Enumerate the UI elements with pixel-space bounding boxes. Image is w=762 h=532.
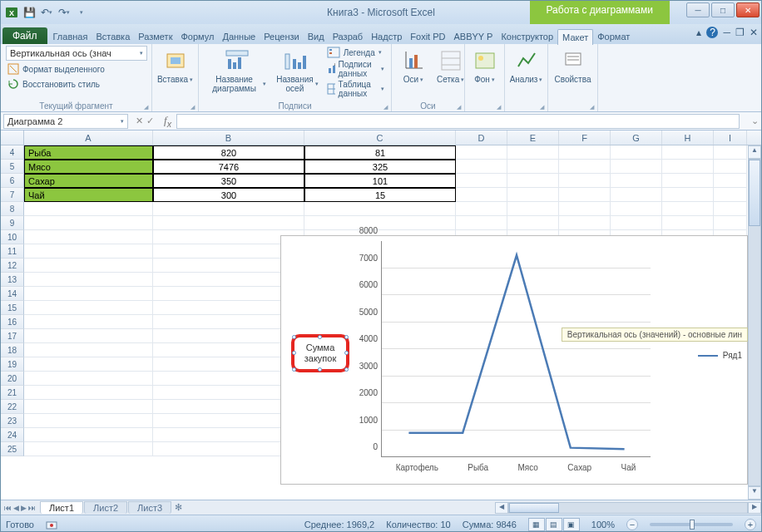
tab-вставка[interactable]: Вставка — [92, 29, 134, 44]
cell[interactable] — [507, 202, 559, 216]
cell[interactable] — [153, 202, 304, 216]
cell[interactable] — [662, 216, 714, 230]
tab-foxit pd[interactable]: Foxit PD — [406, 29, 449, 44]
col-header[interactable]: G — [611, 131, 662, 145]
cell[interactable] — [24, 386, 153, 400]
row-header[interactable]: 18 — [1, 343, 24, 357]
chart-object[interactable]: Сумма закупок 01000200030004000500060007… — [280, 235, 748, 485]
tab-макет[interactable]: Макет — [557, 29, 593, 45]
help-icon[interactable]: ? — [706, 27, 718, 38]
cell[interactable] — [559, 160, 611, 174]
cell[interactable]: Сахар — [24, 174, 153, 188]
cell[interactable] — [304, 202, 456, 216]
row-header[interactable]: 11 — [1, 244, 24, 259]
col-header[interactable]: H — [662, 131, 714, 145]
cell[interactable] — [24, 372, 153, 386]
row-header[interactable]: 23 — [1, 414, 24, 428]
cell[interactable]: 15 — [304, 188, 456, 202]
tab-рецензи[interactable]: Рецензи — [260, 29, 304, 44]
select-all-corner[interactable] — [1, 131, 24, 145]
cell[interactable] — [24, 301, 153, 315]
cell[interactable] — [611, 188, 662, 202]
save-icon[interactable]: 💾 — [22, 5, 37, 20]
row-header[interactable]: 8 — [1, 202, 24, 216]
cell[interactable]: 101 — [304, 174, 456, 188]
zoom-out-button[interactable]: − — [626, 519, 638, 530]
sheet-tab[interactable]: Лист2 — [84, 501, 127, 514]
row-header[interactable]: 16 — [1, 315, 24, 329]
cell[interactable] — [24, 202, 153, 216]
cell[interactable] — [24, 414, 153, 428]
page-break-view-button[interactable]: ▣ — [563, 518, 580, 531]
cell[interactable] — [559, 145, 611, 160]
cell[interactable] — [559, 188, 611, 202]
cell[interactable] — [24, 259, 153, 273]
row-header[interactable]: 13 — [1, 273, 24, 287]
expand-formula-icon[interactable]: ⌄ — [751, 116, 761, 126]
cell[interactable] — [24, 428, 153, 442]
cell[interactable] — [24, 287, 153, 301]
fx-icon[interactable]: fx — [159, 114, 176, 129]
row-header[interactable]: 21 — [1, 386, 24, 400]
cell[interactable]: Мясо — [24, 160, 153, 174]
cell[interactable] — [24, 216, 153, 230]
cell[interactable] — [611, 174, 662, 188]
macro-record-icon[interactable] — [46, 519, 57, 530]
col-header[interactable]: C — [304, 131, 456, 145]
cell[interactable] — [559, 202, 611, 216]
enter-icon[interactable]: ✓ — [146, 116, 154, 126]
row-header[interactable]: 15 — [1, 301, 24, 315]
row-header[interactable]: 5 — [1, 160, 24, 174]
minimize-ribbon-icon[interactable]: ▴ — [696, 27, 701, 38]
cell[interactable] — [662, 160, 714, 174]
zoom-slider[interactable] — [650, 523, 733, 526]
cell[interactable] — [662, 188, 714, 202]
tab-вид[interactable]: Вид — [304, 29, 329, 44]
axis-titles-button[interactable]: Названия осей▾ — [273, 46, 322, 95]
cell[interactable] — [24, 329, 153, 343]
data-table-button[interactable]: Таблица данных▾ — [325, 79, 386, 99]
cell[interactable] — [456, 188, 507, 202]
col-header[interactable]: D — [456, 131, 507, 145]
tab-разраб[interactable]: Разраб — [329, 29, 368, 44]
cell[interactable] — [456, 145, 507, 160]
redo-icon[interactable]: ↷▾ — [57, 5, 72, 20]
cell[interactable] — [559, 174, 611, 188]
sheet-tab[interactable]: Лист3 — [128, 501, 171, 514]
insert-button[interactable]: Вставка▾ — [157, 46, 193, 86]
name-box[interactable]: Диаграмма 2▾ — [3, 114, 128, 129]
hscroll-thumb[interactable] — [509, 503, 559, 513]
scroll-down-button[interactable]: ▼ — [748, 486, 761, 500]
cell[interactable]: 300 — [153, 188, 304, 202]
row-header[interactable]: 6 — [1, 174, 24, 188]
legend-button[interactable]: Легенда▾ — [325, 46, 386, 59]
row-header[interactable]: 17 — [1, 329, 24, 343]
cell[interactable] — [714, 188, 747, 202]
zoom-level[interactable]: 100% — [591, 520, 615, 530]
axes-button[interactable]: Оси▾ — [397, 46, 430, 86]
axis-title-box[interactable]: Сумма закупок — [291, 334, 349, 372]
cell[interactable] — [24, 230, 153, 244]
chart-title-button[interactable]: Название диаграммы▾ — [204, 46, 270, 95]
doc-close-icon[interactable]: ✕ — [750, 27, 758, 38]
tab-формул[interactable]: Формул — [176, 29, 218, 44]
cell[interactable] — [559, 216, 611, 230]
row-header[interactable]: 20 — [1, 372, 24, 386]
cancel-icon[interactable]: ✕ — [136, 116, 143, 126]
col-header[interactable]: F — [559, 131, 611, 145]
cell[interactable] — [24, 244, 153, 259]
cell[interactable] — [507, 188, 559, 202]
cell[interactable]: Чай — [24, 188, 153, 202]
cell[interactable] — [507, 160, 559, 174]
doc-minimize-icon[interactable]: ─ — [723, 27, 730, 38]
cell[interactable] — [662, 145, 714, 160]
formula-input[interactable] — [176, 114, 740, 129]
cell[interactable] — [611, 216, 662, 230]
reset-style-button[interactable]: Восстановить стиль — [6, 77, 101, 91]
scroll-left-button[interactable]: ◀ — [495, 502, 508, 514]
gridlines-button[interactable]: Сетка▾ — [433, 46, 468, 86]
cell[interactable]: Рыба — [24, 145, 153, 160]
cell[interactable]: 820 — [153, 145, 304, 160]
tab-формат[interactable]: Формат — [593, 29, 634, 44]
col-header[interactable]: I — [714, 131, 747, 145]
